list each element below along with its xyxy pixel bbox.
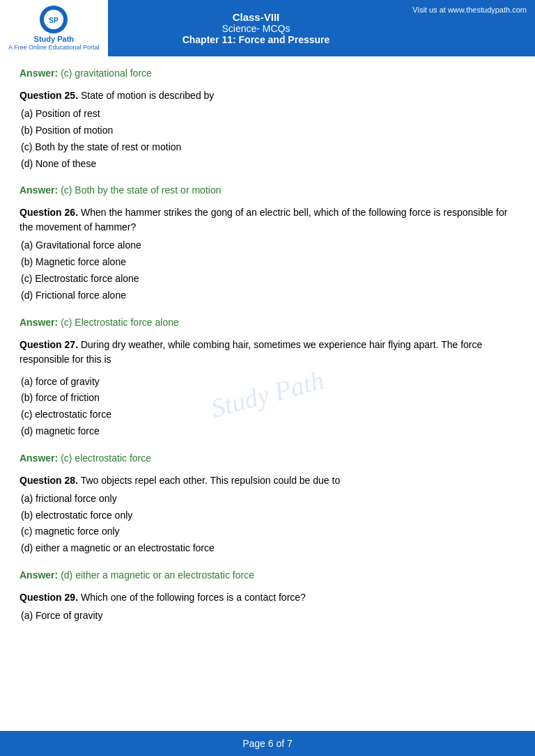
q25-body: State of motion is described by — [81, 90, 214, 101]
q25-option-b: (b) Position of motion — [20, 123, 515, 139]
q29-body: Which one of the following forces is a c… — [81, 592, 306, 603]
page-footer: Page 6 of 7 — [0, 731, 535, 756]
logo-area: SP Study Path A Free Online Educational … — [0, 0, 108, 56]
question-29-block: Question 29. Which one of the following … — [20, 590, 515, 624]
q29-option-a: (a) Force of gravity — [20, 608, 515, 624]
answer-28: Answer: (d) either a magnetic or an elec… — [20, 569, 515, 581]
q25-option-a: (a) Position of rest — [20, 106, 515, 123]
answer-28-label: Answer: — [20, 569, 58, 581]
question-25-block: Question 25. State of motion is describe… — [20, 88, 515, 172]
q27-option-c: (c) electrostatic force — [20, 407, 515, 423]
answer-26-value: (c) Electrostatic force alone — [61, 317, 179, 328]
q29-label: Question 29. — [20, 592, 78, 603]
answer-25-label: Answer: — [20, 184, 58, 196]
q26-option-d: (d) Frictional force alone — [20, 288, 515, 304]
question-25-text: Question 25. State of motion is describe… — [20, 88, 515, 103]
q26-option-a: (a) Gravitational force alone — [20, 237, 515, 254]
q25-label: Question 25. — [20, 90, 78, 101]
q28-option-d: (d) either a magnetic or an electrostati… — [20, 540, 515, 557]
question-27-block: Question 27. During dry weather, while c… — [20, 338, 515, 440]
q28-option-a: (a) frictional force only — [20, 491, 515, 507]
answer-28-value: (d) either a magnetic or an electrostati… — [61, 569, 254, 581]
question-28-text: Question 28. Two objects repel each othe… — [20, 473, 515, 488]
q28-body: Two objects repel each other. This repul… — [81, 475, 341, 486]
answer-25-value: (c) Both by the state of rest or motion — [61, 184, 221, 196]
q27-body: During dry weather, while combing hair, … — [20, 339, 482, 365]
question-26-block: Question 26. When the hammer strikes the… — [20, 205, 515, 304]
answer-27-value: (c) electrostatic force — [61, 452, 151, 464]
q25-option-c: (c) Both by the state of rest or motion — [20, 139, 515, 156]
svg-text:SP: SP — [49, 17, 59, 24]
header-subject: Science- MCQs — [222, 23, 290, 34]
question-26-text: Question 26. When the hammer strikes the… — [20, 205, 515, 235]
page-header: SP Study Path A Free Online Educational … — [0, 0, 535, 56]
q28-label: Question 28. — [20, 475, 78, 486]
q26-label: Question 26. — [20, 207, 78, 218]
q28-option-c: (c) magnetic force only — [20, 523, 515, 540]
main-content: Study Path Answer: (c) gravitational for… — [0, 56, 535, 731]
q26-body: When the hammer strikes the gong of an e… — [20, 207, 507, 233]
answer-26: Answer: (c) Electrostatic force alone — [20, 317, 515, 328]
logo-name: Study Path — [34, 35, 74, 44]
header-chapter: Chapter 11: Force and Pressure — [183, 34, 330, 45]
q28-option-b: (b) electrostatic force only — [20, 507, 515, 524]
q27-option-a: (a) force of gravity — [20, 374, 515, 391]
answer-26-label: Answer: — [20, 317, 58, 328]
logo-icon: SP — [40, 6, 68, 33]
page-number: Page 6 of 7 — [242, 738, 293, 749]
q25-option-d: (d) None of these — [20, 156, 515, 173]
q27-option-d: (d) magnetic force — [20, 423, 515, 440]
question-28-block: Question 28. Two objects repel each othe… — [20, 473, 515, 557]
header-class: Class-VIII — [233, 11, 280, 23]
q27-option-b: (b) force of friction — [20, 390, 515, 407]
header-visit: Visit us at www.thestudypath.com — [404, 0, 535, 56]
question-29-text: Question 29. Which one of the following … — [20, 590, 515, 605]
answer-27-label: Answer: — [20, 452, 58, 464]
answer-prev-label: Answer: — [20, 68, 58, 79]
question-27-text: Question 27. During dry weather, while c… — [20, 338, 515, 367]
q26-option-b: (b) Magnetic force alone — [20, 254, 515, 271]
q27-label: Question 27. — [20, 339, 78, 350]
answer-25: Answer: (c) Both by the state of rest or… — [20, 184, 515, 196]
answer-prev-value: (c) gravitational force — [61, 68, 152, 79]
answer-prev: Answer: (c) gravitational force — [20, 68, 515, 79]
header-center: Class-VIII Science- MCQs Chapter 11: For… — [108, 0, 405, 56]
answer-27: Answer: (c) electrostatic force — [20, 452, 515, 464]
q26-option-c: (c) Electrostatic force alone — [20, 271, 515, 288]
logo-tagline: A Free Online Educational Portal — [8, 44, 100, 51]
